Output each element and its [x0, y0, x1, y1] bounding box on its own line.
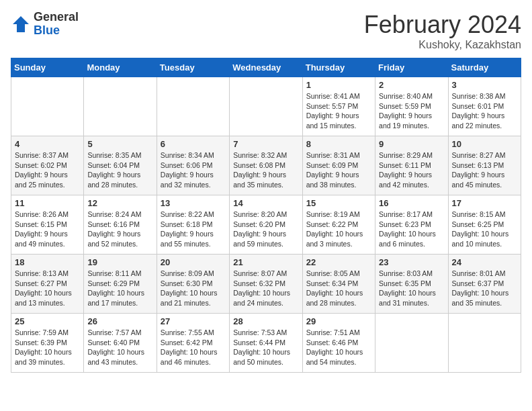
table-row: 12Sunrise: 8:24 AMSunset: 6:16 PMDayligh… — [84, 195, 157, 255]
day-info: Sunrise: 8:26 AMSunset: 6:15 PMDaylight:… — [15, 210, 80, 249]
day-number: 17 — [452, 198, 517, 208]
table-row: 13Sunrise: 8:22 AMSunset: 6:18 PMDayligh… — [157, 195, 229, 255]
table-row: 3Sunrise: 8:38 AMSunset: 6:01 PMDaylight… — [448, 77, 521, 136]
table-row: 8Sunrise: 8:31 AMSunset: 6:09 PMDaylight… — [302, 136, 375, 195]
table-row: 22Sunrise: 8:05 AMSunset: 6:34 PMDayligh… — [302, 255, 375, 314]
day-info: Sunrise: 8:09 AMSunset: 6:30 PMDaylight:… — [161, 269, 226, 308]
day-info: Sunrise: 8:15 AMSunset: 6:25 PMDaylight:… — [452, 210, 517, 249]
table-row: 27Sunrise: 7:55 AMSunset: 6:42 PMDayligh… — [157, 314, 229, 373]
day-number: 24 — [452, 257, 517, 267]
calendar-table: Sunday Monday Tuesday Wednesday Thursday… — [11, 58, 521, 373]
day-info: Sunrise: 7:59 AMSunset: 6:39 PMDaylight:… — [15, 328, 80, 367]
table-row — [448, 314, 521, 373]
header-tuesday: Tuesday — [157, 58, 229, 77]
day-number: 12 — [87, 198, 152, 208]
calendar-body: 1Sunrise: 8:41 AMSunset: 5:57 PMDaylight… — [11, 77, 521, 373]
day-number: 7 — [233, 139, 298, 149]
day-number: 25 — [15, 316, 80, 326]
table-row: 25Sunrise: 7:59 AMSunset: 6:39 PMDayligh… — [11, 314, 84, 373]
table-row: 14Sunrise: 8:20 AMSunset: 6:20 PMDayligh… — [230, 195, 302, 255]
day-number: 22 — [306, 257, 371, 267]
logo-icon — [11, 14, 31, 34]
day-info: Sunrise: 8:27 AMSunset: 6:13 PMDaylight:… — [452, 150, 517, 190]
table-row: 19Sunrise: 8:11 AMSunset: 6:29 PMDayligh… — [84, 255, 157, 314]
day-info: Sunrise: 8:34 AMSunset: 6:06 PMDaylight:… — [161, 150, 226, 190]
day-info: Sunrise: 7:51 AMSunset: 6:46 PMDaylight:… — [306, 328, 371, 367]
main-title: February 2024 — [364, 11, 521, 39]
table-row: 6Sunrise: 8:34 AMSunset: 6:06 PMDaylight… — [157, 136, 229, 195]
day-number: 29 — [306, 316, 371, 326]
day-number: 3 — [452, 80, 517, 90]
day-number: 1 — [306, 80, 371, 90]
table-row — [375, 314, 448, 373]
table-row: 10Sunrise: 8:27 AMSunset: 6:13 PMDayligh… — [448, 136, 521, 195]
day-number: 27 — [161, 316, 226, 326]
table-row — [84, 77, 157, 136]
table-row: 4Sunrise: 8:37 AMSunset: 6:02 PMDaylight… — [11, 136, 84, 195]
day-number: 23 — [379, 257, 444, 267]
day-info: Sunrise: 8:19 AMSunset: 6:22 PMDaylight:… — [306, 210, 371, 249]
day-number: 5 — [87, 139, 152, 149]
table-row: 15Sunrise: 8:19 AMSunset: 6:22 PMDayligh… — [302, 195, 375, 255]
day-number: 6 — [161, 139, 226, 149]
table-row: 23Sunrise: 8:03 AMSunset: 6:35 PMDayligh… — [375, 255, 448, 314]
day-info: Sunrise: 8:41 AMSunset: 5:57 PMDaylight:… — [306, 91, 371, 131]
day-number: 26 — [87, 316, 152, 326]
day-info: Sunrise: 8:31 AMSunset: 6:09 PMDaylight:… — [306, 150, 371, 190]
day-number: 10 — [452, 139, 517, 149]
table-row: 11Sunrise: 8:26 AMSunset: 6:15 PMDayligh… — [11, 195, 84, 255]
day-info: Sunrise: 8:11 AMSunset: 6:29 PMDaylight:… — [87, 269, 152, 308]
logo-blue-text: Blue — [34, 24, 79, 38]
table-row: 5Sunrise: 8:35 AMSunset: 6:04 PMDaylight… — [84, 136, 157, 195]
day-info: Sunrise: 8:37 AMSunset: 6:02 PMDaylight:… — [15, 150, 80, 190]
table-row: 16Sunrise: 8:17 AMSunset: 6:23 PMDayligh… — [375, 195, 448, 255]
table-row: 29Sunrise: 7:51 AMSunset: 6:46 PMDayligh… — [302, 314, 375, 373]
day-info: Sunrise: 8:29 AMSunset: 6:11 PMDaylight:… — [379, 150, 444, 190]
header-thursday: Thursday — [302, 58, 375, 77]
day-info: Sunrise: 8:03 AMSunset: 6:35 PMDaylight:… — [379, 269, 444, 308]
day-number: 2 — [379, 80, 444, 90]
table-row: 7Sunrise: 8:32 AMSunset: 6:08 PMDaylight… — [230, 136, 302, 195]
day-info: Sunrise: 7:53 AMSunset: 6:44 PMDaylight:… — [233, 328, 298, 367]
table-row: 21Sunrise: 8:07 AMSunset: 6:32 PMDayligh… — [230, 255, 302, 314]
day-number: 13 — [161, 198, 226, 208]
table-row — [11, 77, 84, 136]
table-row — [230, 77, 302, 136]
header-sunday: Sunday — [11, 58, 84, 77]
subtitle: Kushoky, Kazakhstan — [364, 39, 521, 51]
day-info: Sunrise: 7:57 AMSunset: 6:40 PMDaylight:… — [87, 328, 152, 367]
header-friday: Friday — [375, 58, 448, 77]
day-number: 20 — [161, 257, 226, 267]
header-wednesday: Wednesday — [230, 58, 302, 77]
table-row: 9Sunrise: 8:29 AMSunset: 6:11 PMDaylight… — [375, 136, 448, 195]
page-header: General Blue February 2024 Kushoky, Kaza… — [11, 11, 521, 51]
day-info: Sunrise: 8:05 AMSunset: 6:34 PMDaylight:… — [306, 269, 371, 308]
day-number: 9 — [379, 139, 444, 149]
day-info: Sunrise: 7:55 AMSunset: 6:42 PMDaylight:… — [161, 328, 226, 367]
day-info: Sunrise: 8:24 AMSunset: 6:16 PMDaylight:… — [87, 210, 152, 249]
day-number: 19 — [87, 257, 152, 267]
day-info: Sunrise: 8:13 AMSunset: 6:27 PMDaylight:… — [15, 269, 80, 308]
day-info: Sunrise: 8:01 AMSunset: 6:37 PMDaylight:… — [452, 269, 517, 308]
table-row: 2Sunrise: 8:40 AMSunset: 5:59 PMDaylight… — [375, 77, 448, 136]
day-info: Sunrise: 8:07 AMSunset: 6:32 PMDaylight:… — [233, 269, 298, 308]
day-info: Sunrise: 8:40 AMSunset: 5:59 PMDaylight:… — [379, 91, 444, 131]
day-number: 28 — [233, 316, 298, 326]
day-info: Sunrise: 8:32 AMSunset: 6:08 PMDaylight:… — [233, 150, 298, 190]
title-section: February 2024 Kushoky, Kazakhstan — [364, 11, 521, 51]
day-info: Sunrise: 8:17 AMSunset: 6:23 PMDaylight:… — [379, 210, 444, 249]
day-number: 11 — [15, 198, 80, 208]
table-row: 20Sunrise: 8:09 AMSunset: 6:30 PMDayligh… — [157, 255, 229, 314]
table-row: 1Sunrise: 8:41 AMSunset: 5:57 PMDaylight… — [302, 77, 375, 136]
table-row: 24Sunrise: 8:01 AMSunset: 6:37 PMDayligh… — [448, 255, 521, 314]
header-saturday: Saturday — [448, 58, 521, 77]
day-number: 15 — [306, 198, 371, 208]
header-monday: Monday — [84, 58, 157, 77]
calendar-header: Sunday Monday Tuesday Wednesday Thursday… — [11, 58, 521, 77]
day-number: 4 — [15, 139, 80, 149]
table-row: 18Sunrise: 8:13 AMSunset: 6:27 PMDayligh… — [11, 255, 84, 314]
table-row — [157, 77, 229, 136]
day-info: Sunrise: 8:20 AMSunset: 6:20 PMDaylight:… — [233, 210, 298, 249]
logo-text: General Blue — [34, 11, 79, 38]
day-info: Sunrise: 8:35 AMSunset: 6:04 PMDaylight:… — [87, 150, 152, 190]
